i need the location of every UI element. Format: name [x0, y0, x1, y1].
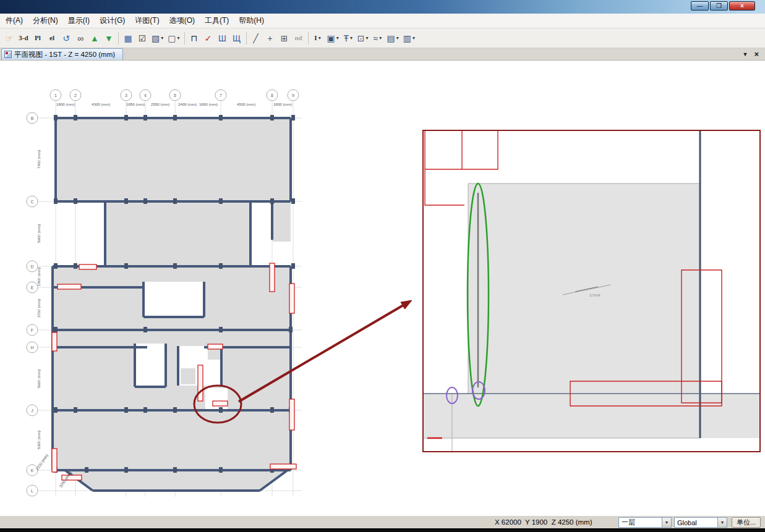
- assign-area-section-icon[interactable]: ▣▾: [325, 31, 341, 46]
- chevron-down-icon[interactable]: ▼: [717, 518, 727, 527]
- svg-text:4300 (mm): 4300 (mm): [92, 102, 110, 106]
- svg-text:5600 (mm): 5600 (mm): [36, 369, 41, 388]
- plan-view-button[interactable]: Pl: [31, 31, 45, 46]
- svg-text:L: L: [31, 489, 33, 493]
- draw-point-icon[interactable]: +: [263, 31, 277, 46]
- toolbar-separator: [308, 32, 309, 44]
- close-button[interactable]: ×: [729, 1, 755, 11]
- assign-frame-section-icon[interactable]: I▾: [311, 31, 325, 46]
- dropdown-arrow-icon[interactable]: ▾: [365, 35, 368, 41]
- draw-check-icon[interactable]: ✓: [202, 31, 215, 46]
- dropdown-arrow-icon[interactable]: ▾: [336, 35, 339, 41]
- tab-plan-view[interactable]: 平面视图 - 1ST - Z = 4250 (mm): [1, 48, 123, 60]
- menu-item-4[interactable]: 详图(T): [130, 13, 164, 28]
- tabbar-controls: ▼ ×: [742, 48, 765, 60]
- minimize-icon: —: [697, 3, 703, 9]
- detail-view-drawing: STAIR: [424, 131, 759, 451]
- menu-item-2[interactable]: 显示(I): [63, 13, 95, 28]
- select-check-icon[interactable]: ☑: [135, 31, 149, 46]
- undo-icon[interactable]: ↺: [59, 31, 73, 46]
- nd-button[interactable]: nd: [292, 31, 306, 46]
- menu-bar: 件(A)分析(N)显示(I)设计(G)详图(T)选项(O)工具(T)帮助(H): [0, 14, 765, 28]
- assign-spring-icon[interactable]: ≈▾: [371, 31, 385, 46]
- svg-text:B: B: [31, 116, 34, 120]
- svg-text:2550 (mm): 2550 (mm): [151, 102, 169, 106]
- taskbar-edge: [0, 528, 765, 532]
- assign-release-icon[interactable]: ⊡▾: [356, 31, 370, 46]
- toolbar: ☞3-dPlel↺∞▲▼▦☑▧▾▢▾⊓✓ШЩ╱+⊞ndI▾▣▾Ŧ▾⊡▾≈▾▤▾▥…: [0, 28, 765, 48]
- story-down-icon[interactable]: ▼: [102, 31, 116, 46]
- svg-text:4: 4: [144, 93, 147, 98]
- menu-item-6[interactable]: 工具(T): [200, 13, 234, 28]
- svg-text:5: 5: [174, 93, 176, 98]
- dropdown-arrow-icon[interactable]: ▾: [396, 35, 399, 41]
- dropdown-arrow-icon[interactable]: ▾: [412, 35, 415, 41]
- dropdown-arrow-icon[interactable]: ▾: [350, 35, 353, 41]
- coordinate-system-combobox[interactable]: Global ▼: [674, 517, 727, 528]
- detail-slab: [468, 184, 700, 394]
- draw-line-icon[interactable]: ╱: [249, 31, 263, 46]
- cursor-coordinates: X 62000 Y 1900 Z 4250 (mm): [495, 518, 592, 526]
- menu-item-1[interactable]: 分析(N): [28, 13, 63, 28]
- dropdown-arrow-icon[interactable]: ▾: [177, 35, 179, 41]
- assign-support-icon[interactable]: Ŧ▾: [341, 31, 355, 46]
- toolbar-separator: [118, 32, 119, 44]
- object-shrink-icon[interactable]: ▧▾: [150, 31, 165, 46]
- draw-area-icon[interactable]: Щ: [230, 31, 244, 46]
- close-icon: ×: [740, 3, 744, 9]
- minimize-button[interactable]: —: [691, 1, 709, 11]
- svg-text:3: 3: [125, 93, 127, 98]
- svg-text:1800 (mm): 1800 (mm): [56, 102, 75, 106]
- svg-text:H: H: [30, 345, 33, 350]
- story-combobox[interactable]: 一层 ▼: [618, 517, 672, 528]
- stair-label: STAIR: [589, 293, 600, 297]
- svg-text:F: F: [31, 328, 33, 332]
- tab-list-dropdown-icon[interactable]: ▼: [742, 51, 748, 57]
- application-window: — ❐ × 件(A)分析(N)显示(I)设计(G)详图(T)选项(O)工具(T)…: [0, 0, 765, 532]
- display-options-glasses-icon[interactable]: ∞: [74, 31, 87, 46]
- model-canvas[interactable]: 1 2 3 4 5 7 8 9 B C D E F H J K L 1800 (…: [0, 61, 765, 515]
- svg-text:2400 (mm): 2400 (mm): [178, 102, 197, 106]
- toolbar-separator: [246, 32, 247, 44]
- units-button[interactable]: 单位...: [732, 517, 761, 528]
- svg-text:1: 1: [54, 93, 57, 98]
- pan-hand-icon[interactable]: ☞: [2, 31, 16, 46]
- svg-text:3700 (mm): 3700 (mm): [36, 299, 41, 318]
- svg-text:7: 7: [220, 93, 222, 98]
- chevron-down-icon[interactable]: ▼: [662, 518, 671, 527]
- tab-title: 平面视图 - 1ST - Z = 4250 (mm): [14, 50, 115, 59]
- elevation-view-button[interactable]: el: [45, 31, 59, 46]
- svg-text:5300 (mm): 5300 (mm): [36, 431, 41, 449]
- svg-text:1800 (mm): 1800 (mm): [273, 102, 292, 106]
- menu-item-0[interactable]: 件(A): [1, 13, 28, 28]
- svg-text:1800 (mm): 1800 (mm): [199, 102, 218, 106]
- detail-view[interactable]: STAIR: [422, 130, 761, 452]
- similar-stories-icon[interactable]: ▦: [121, 31, 135, 46]
- floor-plan-view[interactable]: 1 2 3 4 5 7 8 9 B C D E F H J K L 1800 (…: [0, 61, 433, 515]
- assign-diaphragm-icon[interactable]: ▤▾: [385, 31, 401, 46]
- dropdown-arrow-icon[interactable]: ▾: [161, 35, 163, 41]
- plan-view-icon: [4, 51, 12, 58]
- restore-button[interactable]: ❐: [710, 1, 728, 11]
- story-up-icon[interactable]: ▲: [88, 31, 101, 46]
- coordinate-system-value: Global: [677, 519, 717, 526]
- window-controls: — ❐ ×: [691, 1, 755, 11]
- restore-icon: ❐: [716, 3, 722, 9]
- dropdown-arrow-icon[interactable]: ▾: [379, 35, 382, 41]
- svg-text:1800 (mm): 1800 (mm): [36, 268, 41, 286]
- dropdown-arrow-icon[interactable]: ▾: [318, 35, 321, 41]
- view-3d-button[interactable]: 3-d: [17, 31, 30, 46]
- assign-pier-icon[interactable]: ▥▾: [401, 31, 417, 46]
- menu-item-3[interactable]: 设计(G): [95, 13, 130, 28]
- svg-text:8: 8: [271, 93, 273, 98]
- menu-item-5[interactable]: 选项(O): [165, 13, 200, 28]
- tab-close-icon[interactable]: ×: [754, 50, 759, 58]
- draw-wall-icon[interactable]: Ш: [216, 31, 229, 46]
- draw-link-icon[interactable]: ⊞: [278, 31, 291, 46]
- object-view-options-icon[interactable]: ▢▾: [166, 31, 181, 46]
- svg-text:1850 (mm): 1850 (mm): [126, 102, 145, 106]
- svg-text:2: 2: [74, 93, 77, 98]
- draw-frame-icon[interactable]: ⊓: [187, 31, 201, 46]
- menu-item-7[interactable]: 帮助(H): [234, 13, 269, 28]
- svg-text:2200 (mm): 2200 (mm): [35, 453, 49, 471]
